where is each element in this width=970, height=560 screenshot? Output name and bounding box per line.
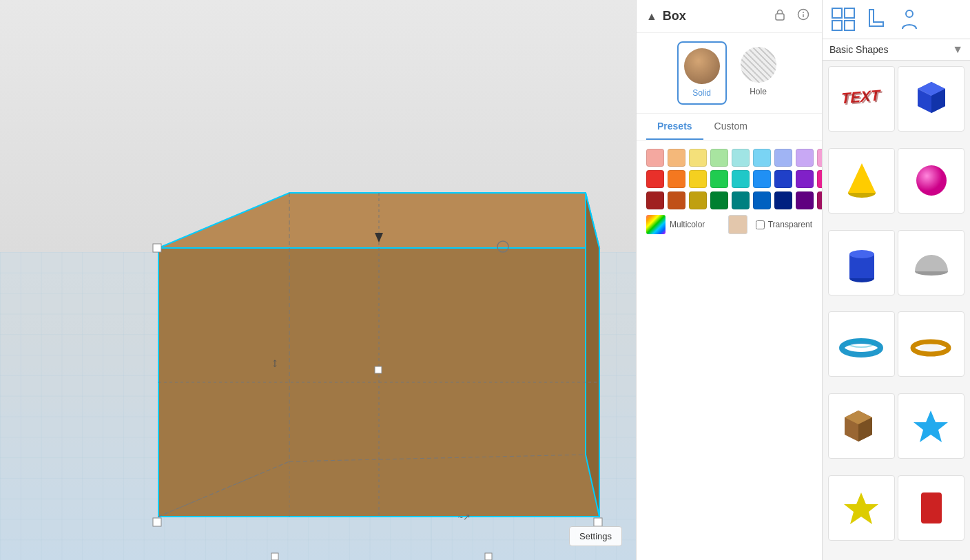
transparent-checkbox[interactable] bbox=[756, 220, 765, 229]
svg-rect-29 bbox=[845, 21, 854, 30]
color-swatch[interactable] bbox=[796, 191, 814, 209]
shape-item-star[interactable] bbox=[898, 393, 964, 459]
color-swatch[interactable] bbox=[710, 191, 728, 209]
svg-rect-28 bbox=[832, 21, 842, 30]
shape-item-text[interactable]: TEXT TEXT bbox=[828, 66, 895, 132]
color-options-row: Multicolor Transparent bbox=[646, 215, 812, 234]
shape-item-red[interactable] bbox=[898, 475, 964, 541]
hole-label: Hole bbox=[750, 87, 767, 96]
transparent-option[interactable]: Transparent bbox=[756, 220, 812, 229]
color-swatch[interactable] bbox=[689, 149, 707, 167]
svg-point-47 bbox=[920, 344, 942, 351]
hole-option[interactable]: Hole bbox=[735, 41, 782, 105]
color-swatch[interactable] bbox=[732, 149, 750, 167]
svg-marker-51 bbox=[914, 411, 948, 442]
svg-rect-27 bbox=[845, 8, 854, 18]
color-swatch[interactable] bbox=[668, 170, 685, 188]
solid-preview bbox=[684, 48, 720, 84]
color-swatch[interactable] bbox=[668, 149, 685, 167]
color-swatch[interactable] bbox=[689, 191, 707, 209]
shape-item-ring[interactable] bbox=[898, 311, 964, 377]
color-swatch[interactable] bbox=[774, 170, 792, 188]
multicolor-label: Multicolor bbox=[670, 220, 705, 229]
transparent-label: Transparent bbox=[768, 220, 812, 229]
type-selector: Solid Hole bbox=[637, 33, 822, 114]
svg-point-39 bbox=[916, 165, 947, 196]
shape-item-sphere[interactable] bbox=[898, 148, 964, 214]
svg-point-30 bbox=[906, 10, 913, 17]
svg-rect-13 bbox=[153, 518, 161, 526]
viewport[interactable]: ⤢ ~↗ Settings ❯ bbox=[0, 0, 636, 560]
color-swatch[interactable] bbox=[753, 170, 771, 188]
color-swatch[interactable] bbox=[732, 170, 750, 188]
svg-rect-17 bbox=[271, 553, 278, 560]
grid-view-icon[interactable] bbox=[831, 7, 856, 32]
svg-text:TEXT: TEXT bbox=[843, 87, 883, 108]
svg-rect-22 bbox=[776, 14, 784, 20]
collapse-button[interactable]: ▲ bbox=[646, 10, 657, 23]
shape-item-half-sphere[interactable] bbox=[898, 230, 964, 295]
svg-point-24 bbox=[803, 12, 804, 13]
shape-item-torus[interactable] bbox=[828, 311, 895, 377]
library-grid: TEXT TEXT bbox=[823, 61, 970, 560]
color-swatch[interactable] bbox=[753, 191, 771, 209]
svg-rect-14 bbox=[594, 518, 602, 526]
color-row-dark bbox=[646, 191, 812, 209]
color-section: Multicolor Transparent bbox=[637, 141, 822, 560]
color-swatch[interactable] bbox=[646, 149, 664, 167]
svg-rect-16 bbox=[375, 366, 382, 373]
shape-item-cylinder[interactable] bbox=[828, 230, 895, 295]
tab-presets[interactable]: Presets bbox=[646, 114, 703, 140]
shape-item-brown-box[interactable] bbox=[828, 393, 895, 459]
svg-rect-15 bbox=[153, 244, 161, 252]
color-swatch[interactable] bbox=[796, 170, 814, 188]
info-button[interactable] bbox=[794, 7, 812, 25]
library-selector: Basic Shapes Letters Featured ▼ bbox=[823, 39, 970, 61]
community-icon[interactable] bbox=[897, 7, 922, 32]
solid-option[interactable]: Solid bbox=[677, 41, 727, 105]
color-swatch[interactable] bbox=[774, 149, 792, 167]
color-swatch[interactable] bbox=[817, 170, 822, 188]
color-swatch[interactable] bbox=[646, 170, 664, 188]
color-swatch[interactable] bbox=[710, 170, 728, 188]
library-nav-icons bbox=[823, 0, 970, 39]
lock-button[interactable] bbox=[771, 7, 789, 25]
shape-item-yellow-star[interactable] bbox=[828, 475, 895, 541]
shapes-library: Basic Shapes Letters Featured ▼ TEXT TEX… bbox=[822, 0, 970, 560]
l-shape-icon[interactable] bbox=[864, 7, 889, 32]
shape-item-cone[interactable] bbox=[828, 148, 895, 214]
color-swatch[interactable] bbox=[710, 149, 728, 167]
shape-title: Box bbox=[663, 9, 765, 23]
color-row-medium bbox=[646, 170, 812, 188]
color-swatch[interactable] bbox=[817, 149, 822, 167]
multicolor-button[interactable]: Multicolor bbox=[646, 215, 705, 234]
color-swatch[interactable] bbox=[646, 191, 664, 209]
multicolor-icon bbox=[646, 215, 665, 234]
shape-panel: ▲ Box Solid Hole Presets Cust bbox=[636, 0, 822, 560]
svg-marker-52 bbox=[844, 492, 878, 524]
color-swatch[interactable] bbox=[817, 191, 822, 209]
panel-header: ▲ Box bbox=[637, 0, 822, 33]
color-swatch[interactable] bbox=[774, 191, 792, 209]
color-swatch[interactable] bbox=[753, 149, 771, 167]
color-swatch[interactable] bbox=[689, 170, 707, 188]
selected-color-preview bbox=[728, 215, 747, 234]
svg-rect-18 bbox=[485, 553, 492, 560]
svg-marker-38 bbox=[848, 163, 876, 193]
svg-rect-26 bbox=[832, 8, 842, 18]
coordinate-indicator: ~↗ bbox=[457, 512, 471, 522]
library-select[interactable]: Basic Shapes Letters Featured bbox=[829, 44, 952, 55]
hole-preview bbox=[741, 47, 776, 83]
color-swatch[interactable] bbox=[732, 191, 750, 209]
color-swatch[interactable] bbox=[796, 149, 814, 167]
color-tabs: Presets Custom bbox=[637, 114, 822, 141]
color-row-light bbox=[646, 149, 812, 167]
settings-button[interactable]: Settings bbox=[569, 526, 622, 546]
tab-custom[interactable]: Custom bbox=[703, 114, 759, 140]
shape-item-box[interactable] bbox=[898, 66, 964, 132]
svg-point-42 bbox=[849, 250, 874, 258]
solid-label: Solid bbox=[692, 88, 711, 98]
svg-rect-53 bbox=[921, 492, 942, 523]
color-swatch[interactable] bbox=[668, 191, 685, 209]
